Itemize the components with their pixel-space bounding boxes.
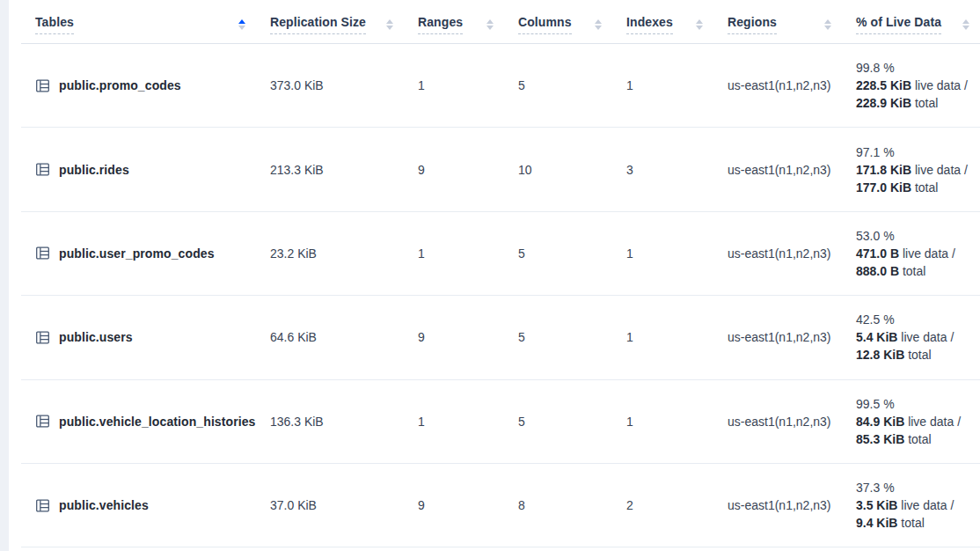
replication-size-cell: 373.0 KiB: [256, 78, 404, 92]
table-row: public.vehicle_location_histories 136.3 …: [21, 380, 980, 464]
live-percent: 99.5 %: [856, 395, 969, 413]
live-data-cell: 99.5 % 84.9 KiB live data / 85.3 KiB tot…: [842, 395, 980, 448]
live-percent: 99.8 %: [856, 59, 969, 77]
column-header-tables[interactable]: Tables: [21, 0, 256, 43]
live-size-line: 171.8 KiB live data /: [856, 161, 969, 179]
column-header-label: Regions: [728, 15, 777, 34]
sort-carets-icon: [595, 19, 602, 30]
sort-caret-down-icon: [962, 26, 969, 30]
indexes-cell: 1: [612, 78, 713, 92]
table-name-cell: public.vehicle_location_histories: [21, 414, 256, 429]
tables-list: Tables Replication Size Ranges: [21, 0, 980, 547]
ranges-cell: 1: [404, 246, 504, 261]
column-header-regions[interactable]: Regions: [713, 0, 842, 43]
table-icon: [35, 330, 50, 345]
total-size-line: 9.4 KiB total: [856, 514, 969, 532]
columns-cell: 5: [504, 330, 612, 344]
sort-carets-icon: [962, 19, 969, 30]
ranges-cell: 9: [404, 330, 504, 344]
table-name-link[interactable]: public.user_promo_codes: [59, 246, 215, 261]
total-size-line: 888.0 B total: [856, 262, 969, 280]
sort-caret-up-icon: [486, 19, 494, 24]
indexes-cell: 3: [612, 163, 713, 177]
sort-caret-down-icon: [595, 26, 602, 30]
table-icon: [35, 162, 50, 177]
table-name-cell: public.users: [21, 330, 256, 345]
total-size-line: 12.8 KiB total: [856, 346, 969, 364]
columns-cell: 8: [504, 498, 612, 512]
replication-size-cell: 136.3 KiB: [256, 415, 404, 429]
tables-panel: Tables Replication Size Ranges: [9, 0, 980, 551]
sort-carets-icon: [238, 19, 245, 30]
column-header-label: Replication Size: [270, 15, 366, 34]
indexes-cell: 1: [612, 415, 713, 429]
column-header-label: Ranges: [418, 15, 463, 34]
sort-caret-down-icon: [824, 26, 831, 30]
table-header-row: Tables Replication Size Ranges: [21, 0, 980, 44]
columns-cell: 5: [504, 415, 612, 429]
table-name-link[interactable]: public.users: [59, 330, 133, 344]
live-percent: 97.1 %: [856, 143, 969, 161]
sort-caret-up-icon: [962, 19, 969, 24]
table-icon: [35, 498, 50, 513]
column-header-indexes[interactable]: Indexes: [612, 0, 713, 43]
sort-caret-down-icon: [486, 26, 494, 30]
column-header-replication-size[interactable]: Replication Size: [256, 0, 404, 43]
indexes-cell: 1: [612, 246, 713, 261]
column-header-ranges[interactable]: Ranges: [404, 0, 504, 43]
sort-caret-up-icon: [696, 19, 703, 24]
table-name-link[interactable]: public.rides: [59, 163, 129, 177]
table-body: public.promo_codes 373.0 KiB 1 5 1 us-ea…: [21, 44, 980, 547]
live-data-cell: 97.1 % 171.8 KiB live data / 177.0 KiB t…: [842, 143, 980, 196]
columns-cell: 5: [504, 246, 612, 261]
sort-caret-up-icon: [595, 19, 602, 24]
live-data-cell: 99.8 % 228.5 KiB live data / 228.9 KiB t…: [842, 59, 980, 112]
sort-carets-icon: [696, 19, 703, 30]
replication-size-cell: 23.2 KiB: [256, 246, 404, 261]
table-row: public.vehicles 37.0 KiB 9 8 2 us-east1(…: [21, 464, 980, 547]
table-row: public.user_promo_codes 23.2 KiB 1 5 1 u…: [21, 212, 980, 296]
regions-cell: us-east1(n1,n2,n3): [713, 415, 842, 429]
regions-cell: us-east1(n1,n2,n3): [713, 498, 842, 512]
table-name-link[interactable]: public.promo_codes: [59, 78, 181, 92]
replication-size-cell: 37.0 KiB: [256, 498, 404, 512]
column-header-columns[interactable]: Columns: [504, 0, 612, 43]
column-header-label: Columns: [518, 15, 572, 34]
live-size-line: 5.4 KiB live data /: [856, 328, 969, 346]
live-percent: 42.5 %: [856, 311, 969, 328]
ranges-cell: 1: [404, 78, 504, 92]
regions-cell: us-east1(n1,n2,n3): [713, 163, 842, 177]
live-size-line: 84.9 KiB live data /: [856, 413, 969, 430]
sort-caret-up-icon: [386, 19, 393, 24]
ranges-cell: 9: [404, 498, 504, 512]
table-name-cell: public.user_promo_codes: [21, 246, 256, 261]
indexes-cell: 2: [612, 498, 713, 512]
live-size-line: 471.0 B live data /: [856, 245, 969, 262]
column-header-live-data[interactable]: % of Live Data: [842, 0, 980, 43]
sort-carets-icon: [824, 19, 831, 30]
live-percent: 37.3 %: [856, 479, 969, 496]
table-icon: [35, 414, 50, 429]
table-name-cell: public.promo_codes: [21, 78, 256, 93]
table-icon: [35, 78, 50, 93]
table-name-link[interactable]: public.vehicles: [59, 498, 149, 512]
columns-cell: 10: [504, 163, 612, 177]
total-size-line: 85.3 KiB total: [856, 430, 969, 448]
column-header-label: Tables: [35, 15, 74, 34]
table-row: public.users 64.6 KiB 9 5 1 us-east1(n1,…: [21, 296, 980, 379]
table-name-link[interactable]: public.vehicle_location_histories: [59, 415, 255, 429]
sort-caret-down-icon: [696, 26, 703, 30]
live-data-cell: 37.3 % 3.5 KiB live data / 9.4 KiB total: [842, 479, 980, 532]
table-name-cell: public.rides: [21, 162, 256, 177]
live-size-line: 3.5 KiB live data /: [856, 496, 969, 514]
column-header-label: % of Live Data: [856, 15, 941, 34]
live-data-cell: 42.5 % 5.4 KiB live data / 12.8 KiB tota…: [842, 311, 980, 364]
sort-carets-icon: [486, 19, 494, 30]
table-row: public.rides 213.3 KiB 9 10 3 us-east1(n…: [21, 128, 980, 211]
column-header-label: Indexes: [626, 15, 673, 34]
table-icon: [35, 246, 50, 261]
regions-cell: us-east1(n1,n2,n3): [713, 78, 842, 92]
sort-caret-down-icon: [238, 26, 245, 30]
replication-size-cell: 64.6 KiB: [256, 330, 404, 344]
sort-carets-icon: [386, 19, 393, 30]
